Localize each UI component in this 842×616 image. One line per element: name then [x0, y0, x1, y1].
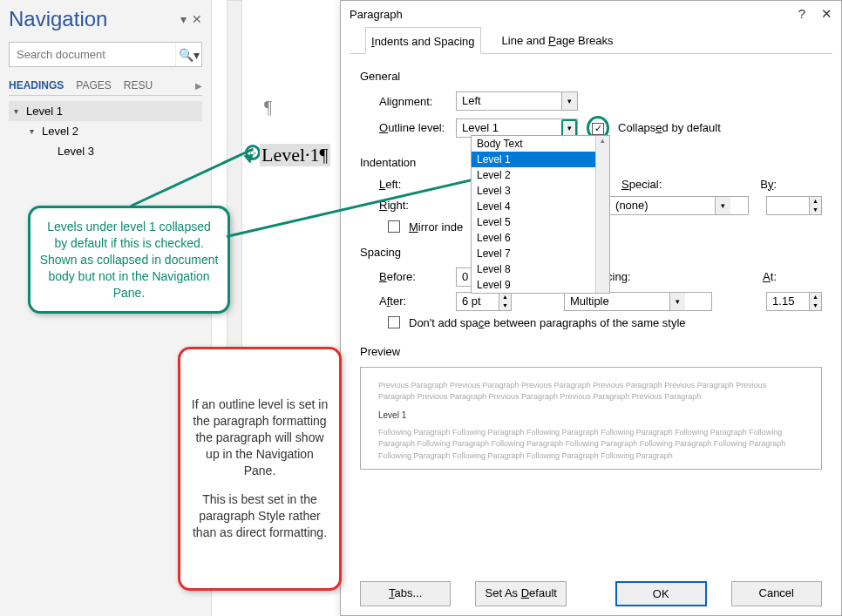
nav-title: Navigation: [9, 7, 107, 31]
after-spinner[interactable]: 6 pt ▲▼: [456, 292, 512, 311]
dialog-button-row: Tabs... Set As Default OK Cancel: [341, 581, 841, 606]
tree-label: Level 1: [26, 105, 63, 118]
line-spacing-combo[interactable]: Multiple ▾: [564, 292, 712, 311]
no-add-space-label: Don't add space between paragraphs of th…: [409, 316, 686, 329]
paragraph-dialog: Paragraph ? ✕ IIndents and Spacingndents…: [340, 0, 842, 616]
spin-down-icon[interactable]: ▼: [499, 301, 511, 310]
document-heading[interactable]: Level·1¶: [260, 144, 330, 166]
special-combo[interactable]: (none) ▾: [609, 196, 749, 215]
tab-overflow-icon[interactable]: ▶: [195, 81, 202, 91]
by-spinner[interactable]: ▲▼: [766, 196, 822, 215]
dd-item-level2[interactable]: Level 2: [472, 167, 609, 183]
spin-down-icon[interactable]: ▼: [810, 301, 821, 310]
dd-item-level3[interactable]: Level 3: [472, 183, 609, 199]
spin-up-icon[interactable]: ▲: [810, 197, 821, 206]
chevron-down-icon[interactable]: ▾: [561, 92, 577, 110]
callout-outline-explain: If an outline level is set in the paragr…: [178, 347, 342, 591]
dialog-title: Paragraph: [350, 8, 403, 21]
dialog-body: General Alignment: Left ▾ Outline level:…: [341, 54, 841, 480]
nav-tree: ▾ Level 1 ▾ Level 2 Level 3: [9, 101, 202, 161]
tab-results[interactable]: RESU: [124, 79, 153, 91]
tree-label: Level 2: [42, 125, 78, 138]
search-button[interactable]: 🔍▾: [175, 43, 201, 66]
mirror-indents-checkbox[interactable]: [388, 220, 400, 233]
cancel-button[interactable]: Cancel: [731, 581, 822, 606]
special-label: Special:: [621, 178, 662, 191]
dialog-titlebar: Paragraph ? ✕: [341, 1, 841, 27]
dd-item-level9[interactable]: Level 9: [472, 277, 609, 293]
dd-item-level4[interactable]: Level 4: [472, 199, 609, 214]
preview-box: Previous Paragraph Previous Paragraph Pr…: [360, 367, 822, 470]
tab-headings[interactable]: HEADINGS: [9, 79, 64, 91]
dd-item-level6[interactable]: Level 6: [472, 230, 609, 246]
ok-button[interactable]: OK: [615, 581, 707, 606]
dialog-tabs: IIndents and Spacingndents and Spacing L…: [350, 27, 832, 54]
preview-label: Preview: [360, 345, 822, 358]
at-spinner[interactable]: 1.15 ▲▼: [766, 292, 822, 311]
chevron-down-icon[interactable]: ▾: [561, 119, 577, 137]
preview-main-text: Level 1: [378, 409, 804, 422]
chevron-down-icon[interactable]: ▾: [669, 293, 685, 310]
tabs-button[interactable]: Tabs...: [360, 581, 451, 606]
dropdown-scrollbar[interactable]: ▴: [595, 136, 609, 293]
spin-down-icon[interactable]: ▼: [810, 206, 821, 214]
search-box: 🔍▾: [9, 42, 202, 67]
no-add-space-checkbox[interactable]: [388, 316, 400, 328]
tree-item-level3[interactable]: Level 3: [9, 141, 202, 161]
tree-item-level1[interactable]: ▾ Level 1: [9, 101, 202, 121]
callout-red-p1: If an outline level is set in the paragr…: [189, 396, 330, 478]
outline-level-label: Outline level:: [360, 121, 447, 134]
tab-indents-spacing[interactable]: IIndents and Spacingndents and Spacing: [365, 27, 481, 54]
by-label: By:: [760, 178, 777, 191]
tree-caret-icon[interactable]: ▾: [14, 106, 23, 116]
callout-collapsed-explain: Levels under level 1 collapsed by defaul…: [28, 206, 230, 314]
collapsed-label: Collapsed by default: [618, 121, 721, 134]
nav-title-row: Navigation ▾ ✕: [9, 7, 202, 31]
help-icon[interactable]: ?: [798, 6, 805, 22]
tree-caret-icon[interactable]: ▾: [30, 126, 38, 136]
alignment-label: Alignment:: [360, 95, 447, 108]
general-label: General: [360, 70, 822, 83]
dd-item-level1[interactable]: Level 1: [472, 152, 609, 167]
close-pane-icon[interactable]: ✕: [192, 12, 202, 26]
set-default-button[interactable]: Set As Default: [475, 581, 566, 606]
outline-level-dropdown: Body Text Level 1 Level 2 Level 3 Level …: [471, 135, 610, 294]
before-label: Before:: [360, 270, 447, 283]
pilcrow-icon: ¶: [264, 98, 272, 118]
preview-previous-text: Previous Paragraph Previous Paragraph Pr…: [378, 380, 804, 403]
dd-item-level5[interactable]: Level 5: [472, 214, 609, 230]
tab-line-page-breaks[interactable]: Line and Page Breaks: [497, 27, 619, 53]
close-icon[interactable]: ✕: [821, 6, 832, 22]
mirror-indents-label: Mirror inde: [409, 220, 463, 234]
tab-pages[interactable]: PAGES: [76, 79, 111, 91]
preview-following-text: Following Paragraph Following Paragraph …: [378, 427, 804, 463]
dd-item-level8[interactable]: Level 8: [472, 261, 609, 277]
search-input[interactable]: [10, 43, 175, 66]
tree-item-level2[interactable]: ▾ Level 2: [9, 121, 202, 141]
pin-icon[interactable]: ▾: [180, 12, 187, 26]
tree-label: Level 3: [58, 145, 94, 158]
dd-item-body-text[interactable]: Body Text: [472, 136, 609, 152]
chevron-down-icon[interactable]: ▾: [715, 197, 730, 214]
dd-item-level7[interactable]: Level 7: [472, 246, 609, 261]
spin-up-icon[interactable]: ▲: [810, 293, 821, 301]
nav-tabs: HEADINGS PAGES RESU ▶: [9, 79, 202, 96]
collapsed-checkbox[interactable]: ✓: [592, 123, 604, 135]
alignment-combo[interactable]: Left ▾: [456, 91, 578, 111]
after-label: After:: [360, 294, 447, 308]
at-label: At:: [763, 270, 777, 283]
callout-red-p2: This is best set in the paragraph Style …: [189, 491, 330, 541]
spin-up-icon[interactable]: ▲: [499, 293, 511, 301]
